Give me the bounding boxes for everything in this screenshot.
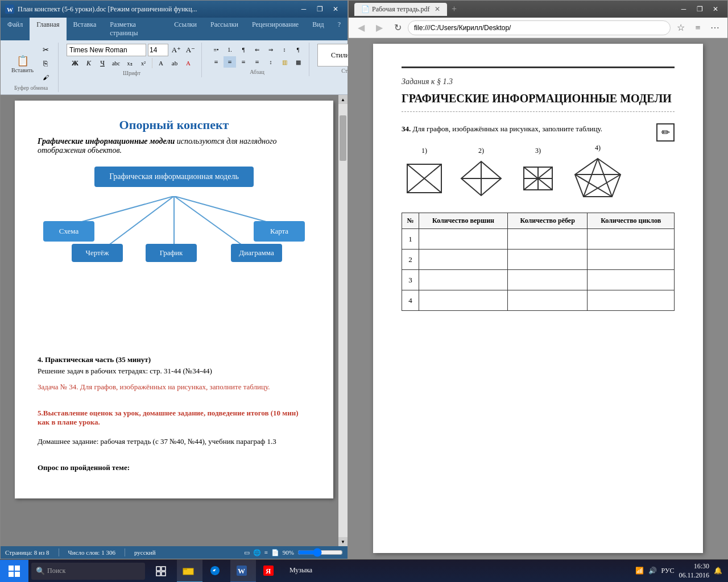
- mindmap-graph-node: График: [146, 244, 197, 262]
- increase-indent-button[interactable]: ⇒: [264, 44, 277, 55]
- text-effects-button[interactable]: A: [155, 57, 167, 69]
- strikethrough-button[interactable]: abc: [110, 57, 122, 69]
- tab-help[interactable]: ?: [331, 18, 348, 40]
- cut-button[interactable]: ✂: [38, 44, 53, 56]
- lang-indicator[interactable]: РУС: [661, 567, 675, 575]
- browser-minimize-button[interactable]: ─: [676, 3, 691, 15]
- shrink-font-button[interactable]: A⁻: [184, 44, 197, 56]
- sound-icon: 🔊: [648, 567, 657, 575]
- paste-icon: 📋: [16, 55, 29, 67]
- view-draft-button[interactable]: 📄: [271, 549, 279, 556]
- svg-rect-26: [9, 572, 14, 577]
- row-1-vertices[interactable]: [419, 229, 508, 250]
- row-4-cycles[interactable]: [588, 290, 675, 311]
- row-1-edges[interactable]: [508, 229, 588, 250]
- browser-restore-button[interactable]: ❐: [692, 3, 707, 15]
- decrease-indent-button[interactable]: ⇐: [251, 44, 263, 55]
- show-marks-button[interactable]: ¶: [292, 44, 304, 55]
- view-outline-button[interactable]: ≡: [264, 549, 268, 556]
- url-bar[interactable]: [408, 20, 671, 35]
- more-button[interactable]: ⋯: [707, 20, 723, 36]
- menu-button[interactable]: ≡: [690, 20, 706, 36]
- start-button[interactable]: [0, 560, 28, 583]
- tab-layout[interactable]: Разметка страницы: [103, 18, 167, 40]
- browser-close-button[interactable]: ✕: [708, 3, 723, 15]
- scroll-up-button[interactable]: ▲: [338, 95, 348, 104]
- underline-button[interactable]: Ч: [96, 57, 109, 69]
- italic-button[interactable]: К: [82, 57, 95, 69]
- taskbar-app-edge[interactable]: [204, 560, 229, 583]
- row-2-vertices[interactable]: [419, 250, 508, 270]
- view-normal-button[interactable]: ▭: [244, 549, 250, 556]
- tab-view[interactable]: Вид: [305, 18, 331, 40]
- taskbar-app-word1[interactable]: W: [230, 560, 256, 583]
- pdf-navbar: ◀ ▶ ↻ ☆ ≡ ⋯: [349, 18, 727, 38]
- forward-button[interactable]: ▶: [371, 20, 387, 36]
- vertical-scrollbar[interactable]: ▲ ▼: [338, 95, 348, 546]
- align-left-button[interactable]: ≡: [210, 56, 222, 68]
- borders-button[interactable]: ▦: [292, 56, 304, 68]
- table-row-4: 4: [402, 290, 675, 311]
- row-4-vertices[interactable]: [419, 290, 508, 311]
- scroll-down-button[interactable]: ▼: [338, 537, 348, 546]
- paste-button[interactable]: 📋 Вставить: [9, 51, 36, 76]
- superscript-button[interactable]: x²: [137, 57, 150, 69]
- row-3-edges[interactable]: [508, 270, 588, 290]
- format-painter-button[interactable]: 🖌: [38, 71, 53, 84]
- row-1-cycles[interactable]: [588, 229, 675, 250]
- tab-references[interactable]: Ссылки: [167, 18, 204, 40]
- word-title: План конспект (5-6 уроки).doc [Режим огр…: [18, 5, 296, 14]
- align-center-button[interactable]: ≡: [224, 56, 236, 68]
- grow-font-button[interactable]: A⁺: [170, 44, 183, 56]
- tab-mailings[interactable]: Рассылки: [204, 18, 245, 40]
- task-view-button[interactable]: [150, 560, 172, 583]
- pdf-tab-label: Рабочая тетрадь.pdf: [372, 5, 430, 14]
- tab-insert[interactable]: Вставка: [67, 18, 104, 40]
- restore-button[interactable]: ❐: [312, 3, 327, 15]
- bullets-button[interactable]: ≡•: [210, 44, 222, 55]
- taskbar-app-yandex[interactable]: Я: [257, 560, 283, 583]
- font-name-input[interactable]: [67, 44, 146, 56]
- close-button[interactable]: ✕: [328, 3, 343, 15]
- line-spacing-button[interactable]: ↕: [264, 56, 277, 68]
- row-2-cycles[interactable]: [588, 250, 675, 270]
- row-2-edges[interactable]: [508, 250, 588, 270]
- notifications-button[interactable]: 🔔: [714, 567, 722, 575]
- taskbar-app-explorer[interactable]: [177, 560, 202, 583]
- taskbar-app-music[interactable]: Музыка: [284, 560, 318, 583]
- back-button[interactable]: ◀: [353, 20, 369, 36]
- shading-button[interactable]: ▥: [278, 56, 291, 68]
- multilevel-button[interactable]: ¶: [237, 44, 250, 55]
- new-tab-button[interactable]: +: [447, 3, 462, 15]
- row-3-cycles[interactable]: [588, 270, 675, 290]
- numbering-button[interactable]: 1.: [224, 44, 236, 55]
- align-right-button[interactable]: ≡: [237, 56, 250, 68]
- pdf-tab[interactable]: 📄 Рабочая тетрадь.pdf ✕: [354, 3, 447, 16]
- tab-review[interactable]: Рецензирование: [245, 18, 305, 40]
- row-3-vertices[interactable]: [419, 270, 508, 290]
- copy-button[interactable]: ⎘: [38, 57, 53, 70]
- subscript-button[interactable]: x₂: [123, 57, 136, 69]
- bold-button[interactable]: Ж: [69, 57, 81, 69]
- justify-button[interactable]: ≡: [251, 56, 263, 68]
- col-vertices-header: Количество вершин: [419, 213, 508, 229]
- mindmap-diagram-node: Диаграмма: [231, 244, 282, 262]
- refresh-button[interactable]: ↻: [390, 20, 406, 36]
- sort-button[interactable]: ↕: [278, 44, 291, 55]
- zoom-slider[interactable]: [297, 548, 343, 557]
- highlight-button[interactable]: ab: [168, 57, 181, 69]
- scroll-thumb[interactable]: [340, 115, 346, 161]
- view-web-button[interactable]: 🌐: [253, 549, 261, 556]
- tab-home[interactable]: Главная: [30, 18, 66, 40]
- bookmark-button[interactable]: ☆: [673, 20, 689, 36]
- scroll-track[interactable]: [338, 104, 348, 537]
- font-size-input[interactable]: [148, 44, 168, 56]
- tab-file[interactable]: Файл: [1, 18, 30, 40]
- minimize-button[interactable]: ─: [296, 3, 311, 15]
- row-4-edges[interactable]: [508, 290, 588, 311]
- taskbar-icons: [150, 560, 172, 583]
- taskbar-search[interactable]: 🔍 Поиск: [31, 563, 145, 580]
- tab-close-button[interactable]: ✕: [435, 5, 440, 14]
- col-num-header: №: [402, 213, 419, 229]
- font-color-button[interactable]: A: [182, 57, 195, 69]
